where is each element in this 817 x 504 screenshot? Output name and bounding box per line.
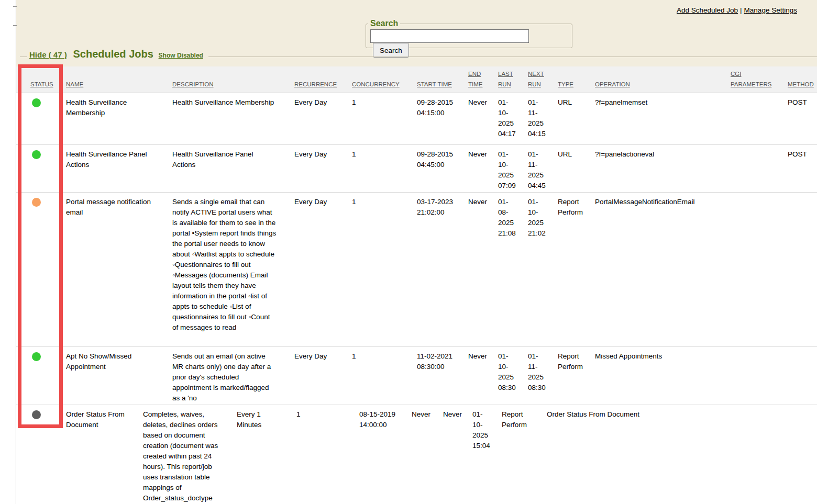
topbar-links: Add Scheduled Job|Manage Settings — [677, 6, 797, 14]
cell-cgi-parameters — [731, 145, 788, 192]
cell-method: POST — [788, 93, 817, 144]
table-body-secondary: Order Status From DocumentCompletes, wai… — [16, 405, 817, 504]
cell-type: URL — [558, 93, 595, 144]
manage-settings-link[interactable]: Manage Settings — [744, 6, 797, 14]
status-dot-green — [32, 352, 41, 361]
cell-operation: Order Status From Document — [547, 405, 817, 504]
table-row: Apt No Show/Missed AppointmentSends out … — [16, 347, 817, 405]
cell-end-time: Never — [468, 193, 498, 346]
show-disabled-link[interactable]: Show Disabled — [159, 52, 203, 59]
cell-status — [16, 193, 66, 346]
column-sort-link-method[interactable]: METHOD — [788, 79, 814, 89]
cell-recurrence: Every Day — [294, 145, 352, 192]
column-sort-link-name[interactable]: NAME — [66, 79, 83, 89]
cell-type: Report Perform — [558, 347, 595, 405]
cell-status — [16, 93, 66, 144]
cell-status — [16, 405, 66, 504]
cell-recurrence: Every 1 Minutes — [237, 405, 296, 504]
search-button[interactable]: Search — [373, 43, 409, 58]
jobs-section-legend: Hide ( 47 ) Scheduled Jobs Show Disabled — [27, 48, 208, 61]
column-header-last-run: LAST RUN — [498, 66, 528, 93]
cell-concurrency: 1 — [352, 193, 417, 346]
column-sort-link-status[interactable]: STATUS — [30, 79, 53, 89]
cell-end-time: Never — [412, 405, 443, 504]
column-header-status: STATUS — [16, 66, 66, 93]
column-sort-link-concurrency[interactable]: CONCURRENCY — [352, 79, 400, 89]
column-sort-link-last-run[interactable]: LAST RUN — [498, 69, 517, 89]
table-row: Health Surveillance MembershipHealth Sur… — [16, 93, 817, 145]
column-header-end-time: END TIME — [468, 66, 498, 93]
status-dot-green — [32, 150, 41, 159]
cell-start-time: 08-15-2019 14:00:00 — [359, 405, 412, 504]
add-scheduled-job-link[interactable]: Add Scheduled Job — [677, 6, 738, 14]
cell-status — [16, 145, 66, 192]
cell-concurrency: 1 — [352, 93, 417, 144]
column-sort-link-next-run[interactable]: NEXT RUN — [528, 69, 547, 89]
column-header-cgi-parameters: CGI PARAMETERS — [731, 66, 788, 93]
table-row: Health Surveillance Panel ActionsHealth … — [16, 145, 817, 193]
gutter-tick — [13, 25, 17, 26]
cell-name: Health Surveillance Membership — [66, 93, 172, 144]
column-sort-link-operation[interactable]: OPERATION — [595, 79, 630, 89]
hide-count-link[interactable]: Hide ( 47 ) — [29, 50, 67, 59]
column-header-operation: OPERATION — [595, 66, 731, 93]
table-row: Order Status From DocumentCompletes, wai… — [16, 405, 817, 504]
cell-concurrency: 1 — [352, 347, 417, 405]
cell-last-run: 01-10-2025 08:30 — [498, 347, 528, 405]
status-dot-green — [32, 98, 41, 107]
cell-next-run: 01-11-2025 04:45 — [528, 145, 558, 192]
column-sort-link-type[interactable]: TYPE — [558, 79, 573, 89]
column-sort-link-description[interactable]: DESCRIPTION — [172, 79, 214, 89]
column-header-name: NAME — [66, 66, 172, 93]
column-header-recurrence: RECURRENCE — [294, 66, 352, 93]
cell-concurrency: 1 — [296, 405, 359, 504]
column-header-concurrency: CONCURRENCY — [352, 66, 417, 93]
cell-name: Apt No Show/Missed Appointment — [66, 347, 172, 405]
gutter-tick — [13, 6, 17, 7]
column-sort-link-cgi-parameters[interactable]: CGI PARAMETERS — [731, 69, 781, 89]
scheduled-jobs-table: STATUSNAMEDESCRIPTIONRECURRENCECONCURREN… — [16, 66, 817, 504]
search-input[interactable] — [370, 29, 529, 43]
page-title: Scheduled Jobs — [73, 48, 153, 60]
column-sort-link-start-time[interactable]: START TIME — [417, 79, 452, 89]
cell-last-run: 01-08-2025 21:08 — [498, 193, 528, 346]
cell-start-time: 09-28-2015 04:15:00 — [417, 93, 468, 144]
column-sort-link-end-time[interactable]: END TIME — [468, 69, 487, 89]
cell-description: Completes, waives, deletes, declines ord… — [143, 405, 237, 504]
cell-description: Health Surveillance Panel Actions — [172, 145, 294, 192]
cell-start-time: 03-17-2023 21:02:00 — [417, 193, 468, 346]
cell-start-time: 09-28-2015 04:45:00 — [417, 145, 468, 192]
cell-method — [788, 347, 817, 405]
cell-next-run: 01-10-2025 15:04 — [472, 405, 502, 504]
cell-description: Sends a single email that can notify ACT… — [172, 193, 294, 346]
cell-method — [788, 193, 817, 346]
table-row: Portal message notification emailSends a… — [16, 193, 817, 347]
link-separator: | — [740, 6, 742, 14]
cell-next-run: 01-11-2025 04:15 — [528, 93, 558, 144]
cell-status — [16, 347, 66, 405]
cell-recurrence: Every Day — [294, 347, 352, 405]
cell-end-time: Never — [468, 347, 498, 405]
cell-recurrence: Every Day — [294, 93, 352, 144]
table-header-row: STATUSNAMEDESCRIPTIONRECURRENCECONCURREN… — [16, 66, 817, 93]
column-sort-link-recurrence[interactable]: RECURRENCE — [294, 79, 337, 89]
cell-type: Report Perform — [558, 193, 595, 346]
cell-name: Health Surveillance Panel Actions — [66, 145, 172, 192]
search-panel: Search Search — [366, 19, 572, 48]
cell-last-run: 01-10-2025 07:09 — [498, 145, 528, 192]
cell-operation: ?f=panelactioneval — [595, 145, 731, 192]
search-panel-legend: Search — [368, 19, 400, 28]
cell-operation: PortalMessageNotificationEmail — [595, 193, 731, 346]
cell-name: Portal message notification email — [66, 193, 172, 346]
cell-cgi-parameters — [731, 193, 788, 346]
cell-last-run: Never — [443, 405, 472, 504]
cell-concurrency: 1 — [352, 145, 417, 192]
cell-next-run: 01-11-2025 08:30 — [528, 347, 558, 405]
status-dot-orange — [32, 198, 41, 207]
cell-description: Health Surveillance Membership — [172, 93, 294, 144]
column-header-description: DESCRIPTION — [172, 66, 294, 93]
cell-last-run: 01-10-2025 04:17 — [498, 93, 528, 144]
cell-type: Report Perform — [502, 405, 547, 504]
cell-name: Order Status From Document — [66, 405, 143, 504]
table-body: Health Surveillance MembershipHealth Sur… — [16, 93, 817, 405]
